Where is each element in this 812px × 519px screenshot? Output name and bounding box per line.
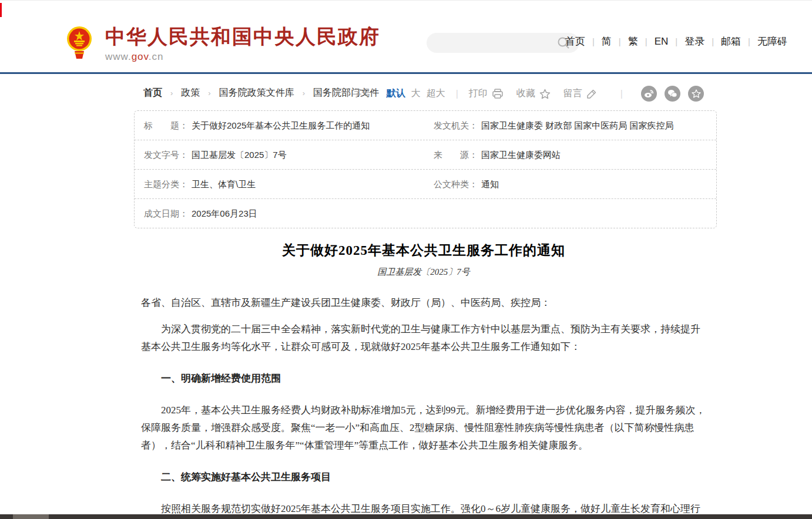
print-label: 打印	[469, 87, 488, 100]
breadcrumb-divider: ›	[170, 89, 173, 97]
national-emblem-icon	[66, 25, 92, 59]
site-header: 中华人民共和国中央人民政府 www.gov.cn 首页 | 简 | 繁 | EN…	[0, 0, 812, 74]
meta-docnum-label: 发文字号：	[144, 150, 188, 160]
share-weibo-button[interactable]	[641, 86, 657, 102]
article: 关于做好2025年基本公共卫生服务工作的通知 国卫基层发〔2025〕7号 各省、…	[141, 241, 706, 519]
pencil-icon	[586, 89, 597, 99]
fontsize-label: 字号：	[353, 87, 381, 100]
breadcrumb: 首页 › 政策 › 国务院政策文件库 › 国务院部门文件	[143, 87, 379, 99]
site-title: 中华人民共和国中央人民政府	[105, 25, 380, 48]
meta-issuer-cell: 发文机关： 国家卫生健康委 财政部 国家中医药局 国家疾控局	[424, 111, 714, 140]
site-url: www.gov.cn	[105, 51, 380, 63]
breadcrumb-policy-library[interactable]: 国务院政策文件库	[219, 87, 294, 99]
site-url-cn: .cn	[149, 51, 164, 62]
meta-category-value: 卫生、体育\卫生	[192, 179, 256, 189]
meta-doctype-value: 通知	[481, 179, 499, 189]
footer-bar-segment	[13, 514, 49, 519]
nav-english[interactable]: EN	[655, 36, 669, 48]
share-qzone-button[interactable]	[688, 86, 704, 102]
nav-simplified[interactable]: 简	[602, 35, 612, 48]
article-section-heading-1: 一、明确新增经费使用范围	[141, 370, 706, 387]
meta-category-cell: 主题分类： 卫生、体育\卫生	[135, 170, 424, 198]
meta-source-label: 来 源：	[434, 150, 478, 160]
qzone-star-icon	[692, 89, 701, 98]
tools-divider: |	[456, 89, 458, 99]
meta-title-value: 关于做好2025年基本公共卫生服务工作的通知	[192, 120, 370, 130]
meta-date-label: 成文日期：	[144, 208, 188, 218]
meta-doctype-label: 公文种类：	[434, 179, 478, 189]
nav-traditional[interactable]: 繁	[628, 35, 638, 48]
print-button[interactable]: 打印	[469, 87, 504, 100]
star-icon	[539, 89, 551, 99]
search-box	[427, 33, 579, 53]
meta-issuer-value: 国家卫生健康委 财政部 国家中医药局 国家疾控局	[481, 120, 674, 130]
search-input[interactable]	[427, 33, 557, 53]
meta-date-value: 2025年06月23日	[192, 208, 257, 218]
meta-doctype-cell: 公文种类： 通知	[424, 170, 714, 198]
favorite-label: 收藏	[516, 87, 535, 100]
nav-divider: |	[619, 36, 621, 46]
wechat-icon	[667, 89, 677, 98]
nav-login[interactable]: 登录	[685, 35, 704, 48]
article-salutation: 各省、自治区、直辖市及新疆生产建设兵团卫生健康委、财政厅（局）、中医药局、疾控局…	[141, 294, 706, 312]
comment-button[interactable]: 留言	[563, 87, 597, 100]
meta-title-label: 标 题：	[144, 120, 188, 130]
meta-title-cell: 标 题： 关于做好2025年基本公共卫生服务工作的通知	[135, 111, 424, 140]
article-doc-number: 国卫基层发〔2025〕7号	[141, 267, 706, 278]
comment-label: 留言	[563, 87, 582, 100]
article-title: 关于做好2025年基本公共卫生服务工作的通知	[141, 241, 706, 260]
meta-docnum-value: 国卫基层发〔2025〕7号	[192, 150, 287, 160]
meta-row: 发文字号： 国卫基层发〔2025〕7号 来 源： 国家卫生健康委网站	[135, 140, 716, 170]
breadcrumb-home[interactable]: 首页	[143, 87, 162, 99]
meta-row: 主题分类： 卫生、体育\卫生 公文种类： 通知	[135, 170, 716, 199]
fontsize-default[interactable]: 默认	[387, 87, 405, 100]
site-title-block: 中华人民共和国中央人民政府 www.gov.cn	[105, 25, 380, 63]
article-paragraph: 为深入贯彻党的二十届三中全会精神，落实新时代党的卫生与健康工作方针中以基层为重点…	[141, 321, 706, 356]
site-logo[interactable]: 中华人民共和国中央人民政府 www.gov.cn	[66, 25, 380, 63]
article-section-heading-2: 二、统筹实施好基本公共卫生服务项目	[141, 469, 706, 486]
breadcrumb-divider: ›	[303, 89, 305, 97]
weibo-icon	[644, 89, 654, 98]
nav-mail[interactable]: 邮箱	[721, 35, 741, 48]
meta-docnum-cell: 发文字号： 国卫基层发〔2025〕7号	[135, 140, 424, 169]
meta-issuer-label: 发文机关：	[434, 120, 478, 130]
breadcrumb-divider: ›	[208, 89, 210, 97]
site-url-gov: gov	[132, 51, 149, 62]
meta-date-cell: 成文日期： 2025年06月23日	[135, 199, 424, 228]
printer-icon	[492, 89, 504, 99]
nav-home[interactable]: 首页	[565, 35, 585, 48]
nav-divider: |	[592, 36, 595, 46]
corner-red-tick	[0, 3, 2, 17]
article-body: 各省、自治区、直辖市及新疆生产建设兵团卫生健康委、财政厅（局）、中医药局、疾控局…	[141, 294, 706, 519]
site-url-www: www.	[105, 51, 132, 62]
toolbar: 首页 › 政策 › 国务院政策文件库 › 国务院部门文件 字号： 默认 大 超大…	[134, 83, 717, 103]
meta-row: 标 题： 关于做好2025年基本公共卫生服务工作的通知 发文机关： 国家卫生健康…	[135, 111, 716, 140]
meta-category-label: 主题分类：	[144, 179, 188, 189]
nav-divider: |	[748, 36, 750, 46]
article-paragraph: 2025年，基本公共卫生服务经费人均财政补助标准增加5元，达到99元。新增经费用…	[141, 402, 706, 454]
fontsize-xlarge[interactable]: 超大	[427, 87, 445, 100]
nav-accessibility[interactable]: 无障碍	[757, 35, 787, 48]
share-wechat-button[interactable]	[665, 86, 680, 102]
footer-top-bar	[0, 514, 812, 519]
meta-source-value: 国家卫生健康委网站	[481, 150, 561, 160]
nav-divider: |	[712, 36, 714, 46]
nav-divider: |	[645, 36, 647, 46]
fontsize-large[interactable]: 大	[411, 87, 421, 100]
nav-divider: |	[675, 36, 677, 46]
meta-row: 成文日期： 2025年06月23日	[135, 199, 716, 228]
tools-divider: |	[620, 89, 623, 99]
favorite-button[interactable]: 收藏	[516, 87, 551, 100]
meta-source-cell: 来 源： 国家卫生健康委网站	[424, 140, 714, 169]
page-tools: 字号： 默认 大 超大 | 打印 收藏 留言 |	[353, 86, 704, 102]
breadcrumb-policy[interactable]: 政策	[181, 87, 200, 99]
document-meta-table: 标 题： 关于做好2025年基本公共卫生服务工作的通知 发文机关： 国家卫生健康…	[134, 110, 717, 228]
top-nav: 首页 | 简 | 繁 | EN | 登录 | 邮箱 | 无障碍	[565, 35, 787, 48]
